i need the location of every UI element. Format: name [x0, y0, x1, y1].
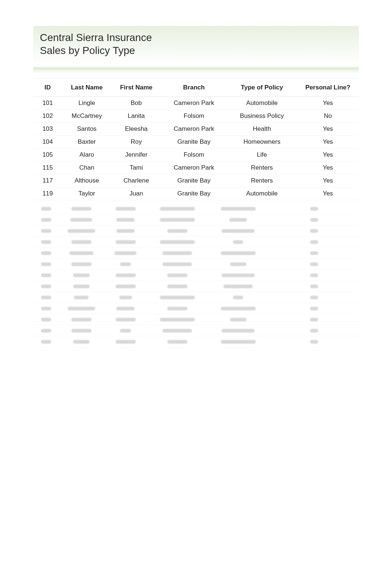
- cell-firstname: Tami: [111, 161, 161, 174]
- blurred-cell: [103, 318, 148, 321]
- blurred-cell: [103, 340, 148, 344]
- cell-branch: Cameron Park: [161, 161, 227, 174]
- blurred-cell: [148, 229, 207, 233]
- cell-id: 119: [33, 187, 62, 200]
- blur-placeholder: [167, 340, 188, 344]
- blur-placeholder: [116, 307, 135, 310]
- blur-placeholder: [41, 285, 51, 288]
- blurred-cell: [33, 229, 59, 233]
- cell-personal: Yes: [297, 187, 359, 200]
- blurred-cell: [103, 229, 148, 233]
- blur-placeholder: [310, 318, 318, 321]
- blur-placeholder: [162, 262, 192, 266]
- blurred-cell: [148, 285, 207, 288]
- blur-placeholder: [116, 318, 136, 321]
- cell-firstname: Roy: [111, 136, 161, 149]
- cell-policy: Renters: [227, 174, 297, 187]
- blurred-cell: [59, 329, 103, 333]
- blur-placeholder: [160, 240, 195, 244]
- cell-personal: Yes: [297, 136, 359, 149]
- blurred-cell: [103, 262, 148, 266]
- cell-firstname: Lanita: [111, 110, 161, 123]
- blurred-row: [33, 225, 359, 237]
- blur-placeholder: [233, 296, 243, 299]
- blurred-cell: [269, 307, 359, 310]
- blur-placeholder: [310, 207, 318, 211]
- blur-placeholder: [68, 229, 95, 233]
- blurred-cell: [207, 240, 269, 244]
- blurred-cell: [148, 262, 207, 266]
- blurred-cell: [207, 318, 269, 321]
- blurred-row: [33, 248, 359, 259]
- blurred-cell: [33, 251, 59, 255]
- cell-id: 103: [33, 123, 62, 136]
- blurred-cell: [148, 340, 207, 344]
- cell-firstname: Juan: [111, 187, 161, 200]
- blurred-cell: [103, 296, 148, 299]
- blur-placeholder: [41, 207, 51, 211]
- table-row: 101LingleBobCameron ParkAutomobileYes: [33, 97, 359, 110]
- report-title: Central Sierra Insurance: [40, 31, 352, 44]
- blurred-cell: [269, 262, 359, 266]
- table-row: 119TaylorJuanGranite BayAutomobileYes: [33, 187, 359, 200]
- blur-placeholder: [167, 229, 188, 233]
- cell-id: 102: [33, 110, 62, 123]
- blur-placeholder: [71, 262, 92, 266]
- cell-lastname: Chan: [62, 161, 111, 174]
- cell-branch: Granite Bay: [161, 136, 227, 149]
- blurred-cell: [269, 318, 359, 321]
- table-row: 117AlthouseCharleneGranite BayRentersYes: [33, 174, 359, 187]
- cell-branch: Granite Bay: [161, 187, 227, 200]
- report-page: Central Sierra Insurance Sales by Policy…: [0, 0, 392, 347]
- blurred-cell: [207, 262, 269, 266]
- blur-placeholder: [221, 207, 256, 211]
- blurred-cell: [33, 340, 59, 344]
- cell-policy: Automobile: [227, 97, 297, 110]
- cell-id: 101: [33, 97, 62, 110]
- blurred-cell: [59, 273, 103, 277]
- blurred-cell: [103, 251, 148, 255]
- blurred-row: [33, 292, 359, 303]
- blur-placeholder: [221, 229, 255, 233]
- blur-placeholder: [310, 262, 318, 266]
- blur-placeholder: [41, 340, 51, 344]
- blur-placeholder: [116, 218, 135, 222]
- blur-placeholder: [114, 251, 137, 255]
- blurred-cell: [33, 318, 59, 321]
- blurred-cell: [269, 340, 359, 344]
- report-header: Central Sierra Insurance Sales by Policy…: [33, 26, 359, 64]
- cell-id: 104: [33, 136, 62, 149]
- blurred-cell: [207, 229, 269, 233]
- blur-placeholder: [41, 262, 51, 266]
- blurred-cell: [148, 318, 207, 321]
- blur-placeholder: [310, 229, 318, 233]
- blurred-rows: [33, 203, 359, 347]
- blur-placeholder: [71, 240, 92, 244]
- cell-personal: No: [297, 110, 359, 123]
- blurred-cell: [207, 340, 269, 344]
- blurred-cell: [103, 329, 148, 333]
- blurred-cell: [33, 329, 59, 333]
- table-row: 105AlaroJenniferFolsomLifeYes: [33, 149, 359, 161]
- cell-id: 115: [33, 161, 62, 174]
- table-row: 102McCartneyLanitaFolsomBusiness PolicyN…: [33, 110, 359, 123]
- blurred-row: [33, 203, 359, 214]
- col-header-firstname: First Name: [111, 79, 161, 97]
- blur-placeholder: [73, 285, 90, 288]
- blur-placeholder: [310, 273, 318, 277]
- blur-placeholder: [310, 340, 318, 344]
- col-header-id: ID: [33, 79, 62, 97]
- blurred-cell: [269, 296, 359, 299]
- blurred-cell: [148, 329, 207, 333]
- blurred-cell: [59, 318, 103, 321]
- blurred-cell: [207, 218, 269, 222]
- blur-placeholder: [221, 329, 255, 333]
- blur-placeholder: [41, 296, 51, 299]
- blur-placeholder: [230, 318, 247, 321]
- blurred-cell: [59, 218, 103, 222]
- blurred-cell: [59, 285, 103, 288]
- blur-placeholder: [41, 229, 51, 233]
- blurred-cell: [103, 207, 148, 211]
- blur-placeholder: [73, 273, 90, 277]
- blur-placeholder: [116, 207, 136, 211]
